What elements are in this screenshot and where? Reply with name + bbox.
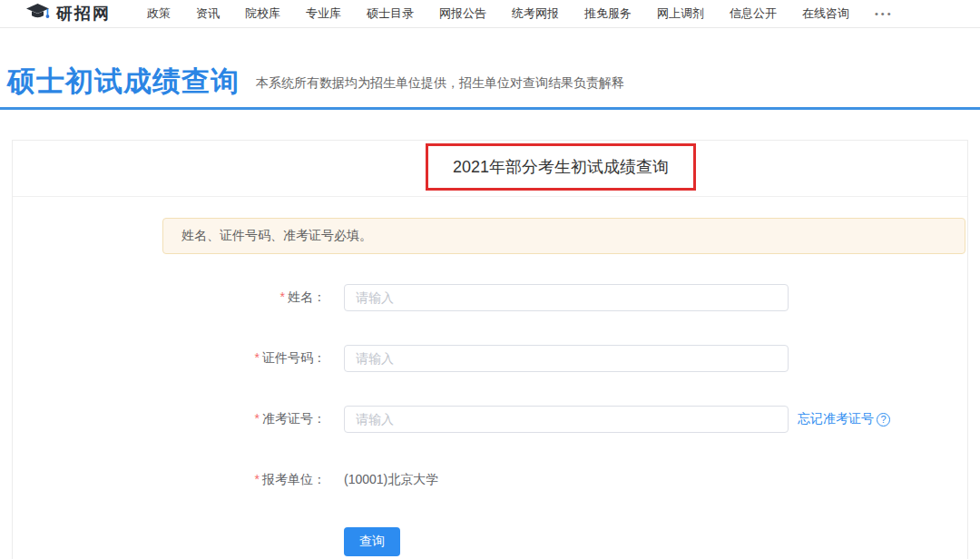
required-fields-notice: 姓名、证件号码、准考证号必填。	[162, 218, 965, 254]
forgot-ticket-link[interactable]: 忘记准考证号 ?	[798, 411, 890, 427]
nav-item-unified-exam-reg[interactable]: 统考网报	[512, 5, 559, 22]
nav-item-policy[interactable]: 政策	[147, 5, 171, 22]
query-form: *姓名： *证件号码： *准考证号： 忘记准考证号 ? *报考单位： (1	[13, 284, 967, 556]
id-number-label-text: 证件号码：	[262, 350, 326, 365]
admission-ticket-input[interactable]	[344, 406, 789, 433]
nav-item-report-notice[interactable]: 网报公告	[439, 5, 486, 22]
nav-item-online-adjustment[interactable]: 网上调剂	[657, 5, 704, 22]
nav-more-ellipsis-icon[interactable]: •••	[875, 8, 894, 19]
form-row-id-number: *证件号码：	[13, 345, 967, 372]
query-submit-button[interactable]: 查询	[344, 527, 400, 556]
panel-header: 2021年部分考生初试成绩查询	[13, 141, 967, 197]
red-highlight-box: 2021年部分考生初试成绩查询	[426, 143, 696, 191]
nav-item-info-disclosure[interactable]: 信息公开	[730, 5, 777, 22]
form-row-name: *姓名：	[13, 284, 967, 311]
forgot-ticket-link-text: 忘记准考证号	[798, 411, 874, 427]
page-subtitle: 本系统所有数据均为招生单位提供，招生单位对查询结果负责解释	[256, 75, 624, 95]
blue-divider	[0, 107, 980, 110]
graduation-cap-icon	[25, 3, 50, 25]
id-number-input[interactable]	[344, 345, 789, 372]
target-unit-value: (10001)北京大学	[344, 472, 438, 488]
page-title: 硕士初试成绩查询	[7, 67, 240, 95]
required-asterisk: *	[280, 289, 285, 304]
required-asterisk: *	[255, 411, 260, 426]
target-unit-label-text: 报考单位：	[262, 472, 326, 486]
name-label: *姓名：	[13, 289, 344, 306]
question-circle-icon: ?	[877, 413, 890, 427]
nav-item-major-library[interactable]: 专业库	[306, 5, 341, 22]
name-input[interactable]	[344, 284, 789, 311]
nav-item-college-library[interactable]: 院校库	[245, 5, 280, 22]
admission-ticket-label-text: 准考证号：	[262, 411, 326, 426]
site-logo-text: 研招网	[56, 3, 111, 25]
page-header: 硕士初试成绩查询 本系统所有数据均为招生单位提供，招生单位对查询结果负责解释	[0, 28, 980, 107]
site-logo[interactable]: 研招网	[25, 3, 111, 25]
nav-item-news[interactable]: 资讯	[196, 5, 220, 22]
nav-item-exempt-service[interactable]: 推免服务	[584, 5, 632, 22]
admission-ticket-label: *准考证号：	[13, 411, 344, 427]
form-row-admission-ticket: *准考证号： 忘记准考证号 ?	[13, 406, 967, 433]
required-asterisk: *	[255, 472, 260, 486]
nav-item-masters-catalog[interactable]: 硕士目录	[367, 5, 414, 22]
nav-menu: 政策 资讯 院校库 专业库 硕士目录 网报公告 统考网报 推免服务 网上调剂 信…	[147, 5, 894, 22]
button-row: 查询	[13, 527, 967, 556]
form-row-target-unit: *报考单位： (10001)北京大学	[13, 466, 967, 494]
panel-title: 2021年部分考生初试成绩查询	[453, 156, 669, 178]
name-label-text: 姓名：	[288, 289, 326, 304]
top-navbar: 研招网 政策 资讯 院校库 专业库 硕士目录 网报公告 统考网报 推免服务 网上…	[0, 0, 980, 28]
required-asterisk: *	[255, 350, 260, 365]
nav-item-online-consult[interactable]: 在线咨询	[802, 5, 849, 22]
query-panel: 2021年部分考生初试成绩查询 姓名、证件号码、准考证号必填。 *姓名： *证件…	[12, 140, 968, 559]
target-unit-label: *报考单位：	[13, 472, 344, 488]
id-number-label: *证件号码：	[13, 350, 344, 367]
